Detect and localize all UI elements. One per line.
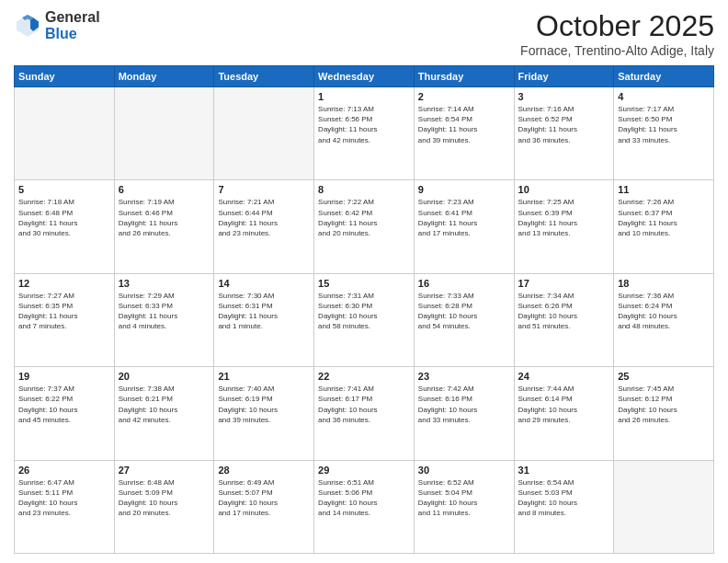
day-number: 7 bbox=[218, 184, 310, 195]
day-info: Sunrise: 7:21 AM Sunset: 6:44 PM Dayligh… bbox=[218, 197, 310, 238]
day-info: Sunrise: 7:27 AM Sunset: 6:35 PM Dayligh… bbox=[18, 291, 110, 332]
day-info: Sunrise: 7:14 AM Sunset: 6:54 PM Dayligh… bbox=[418, 104, 510, 145]
day-number: 28 bbox=[218, 465, 310, 476]
day-number: 5 bbox=[18, 184, 110, 195]
calendar-cell: 30Sunrise: 6:52 AM Sunset: 5:04 PM Dayli… bbox=[414, 460, 514, 553]
calendar-header-friday: Friday bbox=[514, 66, 614, 87]
day-info: Sunrise: 7:30 AM Sunset: 6:31 PM Dayligh… bbox=[218, 291, 310, 332]
calendar-cell: 20Sunrise: 7:38 AM Sunset: 6:21 PM Dayli… bbox=[114, 367, 214, 460]
calendar-cell: 9Sunrise: 7:23 AM Sunset: 6:41 PM Daylig… bbox=[414, 180, 514, 273]
calendar-cell: 15Sunrise: 7:31 AM Sunset: 6:30 PM Dayli… bbox=[314, 273, 415, 366]
day-info: Sunrise: 7:23 AM Sunset: 6:41 PM Dayligh… bbox=[418, 197, 510, 238]
calendar-cell: 16Sunrise: 7:33 AM Sunset: 6:28 PM Dayli… bbox=[414, 273, 514, 366]
day-info: Sunrise: 6:52 AM Sunset: 5:04 PM Dayligh… bbox=[418, 477, 510, 519]
calendar-header-row: SundayMondayTuesdayWednesdayThursdayFrid… bbox=[15, 66, 714, 87]
day-number: 23 bbox=[418, 371, 510, 382]
day-number: 1 bbox=[318, 91, 410, 102]
calendar-cell: 18Sunrise: 7:36 AM Sunset: 6:24 PM Dayli… bbox=[614, 273, 714, 366]
day-info: Sunrise: 7:38 AM Sunset: 6:21 PM Dayligh… bbox=[119, 384, 210, 425]
day-number: 4 bbox=[618, 91, 710, 102]
day-number: 8 bbox=[318, 184, 410, 195]
day-number: 29 bbox=[318, 465, 410, 476]
day-info: Sunrise: 7:16 AM Sunset: 6:52 PM Dayligh… bbox=[518, 104, 610, 145]
calendar-cell: 17Sunrise: 7:34 AM Sunset: 6:26 PM Dayli… bbox=[514, 273, 614, 366]
calendar-cell: 6Sunrise: 7:19 AM Sunset: 6:46 PM Daylig… bbox=[114, 180, 214, 273]
day-number: 19 bbox=[18, 371, 110, 382]
calendar-cell: 21Sunrise: 7:40 AM Sunset: 6:19 PM Dayli… bbox=[214, 367, 314, 460]
location: Fornace, Trentino-Alto Adige, Italy bbox=[520, 43, 714, 58]
day-info: Sunrise: 7:22 AM Sunset: 6:42 PM Dayligh… bbox=[318, 197, 410, 238]
day-info: Sunrise: 7:44 AM Sunset: 6:14 PM Dayligh… bbox=[518, 384, 610, 425]
calendar-cell: 7Sunrise: 7:21 AM Sunset: 6:44 PM Daylig… bbox=[214, 180, 314, 273]
day-number: 25 bbox=[618, 371, 710, 382]
calendar-header-thursday: Thursday bbox=[414, 66, 514, 87]
day-info: Sunrise: 7:45 AM Sunset: 6:12 PM Dayligh… bbox=[618, 384, 710, 425]
day-info: Sunrise: 7:13 AM Sunset: 6:56 PM Dayligh… bbox=[318, 104, 410, 145]
calendar-cell: 11Sunrise: 7:26 AM Sunset: 6:37 PM Dayli… bbox=[614, 180, 714, 273]
calendar-header-sunday: Sunday bbox=[15, 66, 115, 87]
calendar-cell: 4Sunrise: 7:17 AM Sunset: 6:50 PM Daylig… bbox=[614, 87, 714, 180]
page: General Blue October 2025 Fornace, Trent… bbox=[0, 0, 728, 563]
day-info: Sunrise: 7:25 AM Sunset: 6:39 PM Dayligh… bbox=[518, 197, 610, 238]
day-number: 22 bbox=[318, 371, 410, 382]
calendar-cell: 24Sunrise: 7:44 AM Sunset: 6:14 PM Dayli… bbox=[514, 367, 614, 460]
calendar-cell: 26Sunrise: 6:47 AM Sunset: 5:11 PM Dayli… bbox=[15, 460, 115, 553]
day-info: Sunrise: 7:42 AM Sunset: 6:16 PM Dayligh… bbox=[418, 384, 510, 425]
calendar-cell: 25Sunrise: 7:45 AM Sunset: 6:12 PM Dayli… bbox=[614, 367, 714, 460]
calendar-cell bbox=[214, 87, 314, 180]
day-info: Sunrise: 7:29 AM Sunset: 6:33 PM Dayligh… bbox=[119, 291, 210, 332]
logo: General Blue bbox=[14, 9, 100, 41]
calendar-week-3: 19Sunrise: 7:37 AM Sunset: 6:22 PM Dayli… bbox=[15, 367, 714, 460]
logo-icon bbox=[14, 12, 41, 40]
day-info: Sunrise: 7:41 AM Sunset: 6:17 PM Dayligh… bbox=[318, 384, 410, 425]
day-info: Sunrise: 7:17 AM Sunset: 6:50 PM Dayligh… bbox=[618, 104, 710, 145]
calendar-cell: 8Sunrise: 7:22 AM Sunset: 6:42 PM Daylig… bbox=[314, 180, 415, 273]
day-number: 18 bbox=[618, 278, 710, 289]
calendar-cell bbox=[614, 460, 714, 553]
day-info: Sunrise: 7:19 AM Sunset: 6:46 PM Dayligh… bbox=[119, 197, 210, 238]
calendar-header-saturday: Saturday bbox=[614, 66, 714, 87]
calendar-cell: 19Sunrise: 7:37 AM Sunset: 6:22 PM Dayli… bbox=[15, 367, 115, 460]
day-number: 16 bbox=[418, 278, 510, 289]
calendar-week-2: 12Sunrise: 7:27 AM Sunset: 6:35 PM Dayli… bbox=[15, 273, 714, 366]
day-number: 12 bbox=[18, 278, 110, 289]
calendar-cell: 3Sunrise: 7:16 AM Sunset: 6:52 PM Daylig… bbox=[514, 87, 614, 180]
day-info: Sunrise: 7:40 AM Sunset: 6:19 PM Dayligh… bbox=[218, 384, 310, 425]
day-info: Sunrise: 6:54 AM Sunset: 5:03 PM Dayligh… bbox=[518, 477, 610, 519]
calendar-cell: 12Sunrise: 7:27 AM Sunset: 6:35 PM Dayli… bbox=[15, 273, 115, 366]
calendar-week-4: 26Sunrise: 6:47 AM Sunset: 5:11 PM Dayli… bbox=[15, 460, 714, 553]
calendar-header-wednesday: Wednesday bbox=[314, 66, 415, 87]
calendar-cell: 31Sunrise: 6:54 AM Sunset: 5:03 PM Dayli… bbox=[514, 460, 614, 553]
calendar-cell: 2Sunrise: 7:14 AM Sunset: 6:54 PM Daylig… bbox=[414, 87, 514, 180]
logo-text: General Blue bbox=[45, 9, 100, 41]
calendar-cell: 14Sunrise: 7:30 AM Sunset: 6:31 PM Dayli… bbox=[214, 273, 314, 366]
day-number: 15 bbox=[318, 278, 410, 289]
day-info: Sunrise: 7:37 AM Sunset: 6:22 PM Dayligh… bbox=[18, 384, 110, 425]
calendar-cell: 22Sunrise: 7:41 AM Sunset: 6:17 PM Dayli… bbox=[314, 367, 415, 460]
calendar-cell: 29Sunrise: 6:51 AM Sunset: 5:06 PM Dayli… bbox=[314, 460, 415, 553]
calendar-cell bbox=[114, 87, 214, 180]
calendar-cell: 1Sunrise: 7:13 AM Sunset: 6:56 PM Daylig… bbox=[314, 87, 415, 180]
day-number: 30 bbox=[418, 465, 510, 476]
day-number: 21 bbox=[218, 371, 310, 382]
calendar-cell: 28Sunrise: 6:49 AM Sunset: 5:07 PM Dayli… bbox=[214, 460, 314, 553]
month-title: October 2025 bbox=[520, 9, 714, 43]
calendar-cell bbox=[15, 87, 115, 180]
header: General Blue October 2025 Fornace, Trent… bbox=[14, 9, 714, 58]
calendar-header-monday: Monday bbox=[114, 66, 214, 87]
day-number: 9 bbox=[418, 184, 510, 195]
calendar-week-0: 1Sunrise: 7:13 AM Sunset: 6:56 PM Daylig… bbox=[15, 87, 714, 180]
calendar-table: SundayMondayTuesdayWednesdayThursdayFrid… bbox=[14, 65, 714, 554]
calendar-cell: 13Sunrise: 7:29 AM Sunset: 6:33 PM Dayli… bbox=[114, 273, 214, 366]
logo-blue: Blue bbox=[45, 26, 100, 42]
logo-general: General bbox=[45, 9, 100, 26]
day-number: 31 bbox=[518, 465, 610, 476]
day-info: Sunrise: 6:51 AM Sunset: 5:06 PM Dayligh… bbox=[318, 477, 410, 519]
day-info: Sunrise: 7:18 AM Sunset: 6:48 PM Dayligh… bbox=[18, 197, 110, 238]
day-number: 10 bbox=[518, 184, 610, 195]
title-block: October 2025 Fornace, Trentino-Alto Adig… bbox=[520, 9, 714, 58]
day-number: 27 bbox=[119, 465, 210, 476]
day-info: Sunrise: 6:48 AM Sunset: 5:09 PM Dayligh… bbox=[119, 477, 210, 519]
day-number: 24 bbox=[518, 371, 610, 382]
day-number: 6 bbox=[119, 184, 210, 195]
